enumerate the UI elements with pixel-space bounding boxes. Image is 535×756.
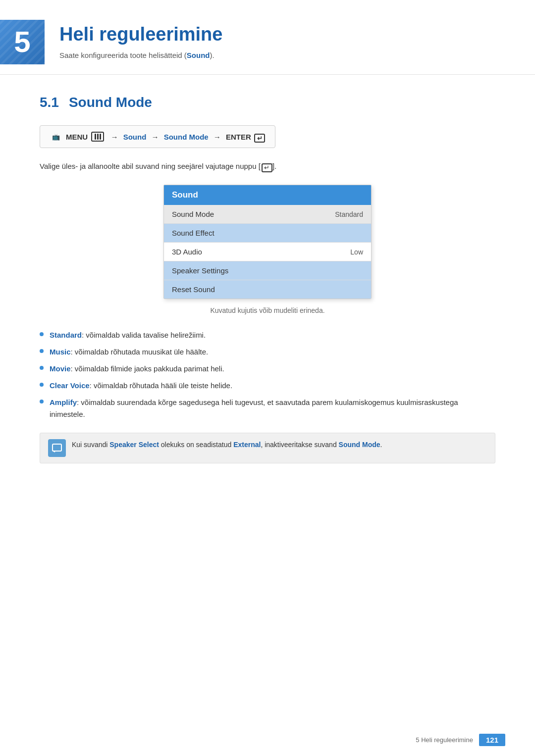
- nav-arrow-1: →: [111, 133, 118, 141]
- bullet-text: Movie: võimaldab filmide jaoks pakkuda p…: [50, 363, 224, 375]
- note-icon: [48, 439, 66, 457]
- colon-movie: : võimaldab filmide jaoks pakkuda parima…: [71, 364, 224, 373]
- colon-music: : võimaldab rõhutada muusikat üle häälte…: [71, 348, 209, 356]
- bullet-item-music: Music: võimaldab rõhutada muusikat üle h…: [40, 346, 495, 358]
- instruction-text: Valige üles- ja allanoolte abil suvand n…: [40, 160, 495, 172]
- bullet-item-amplify: Amplify: võimaldab suurendada kõrge sage…: [40, 397, 495, 420]
- footer-chapter-label: 5 Heli reguleerimine: [416, 736, 473, 744]
- menu-icon: 📺: [50, 131, 62, 143]
- term-clear-voice: Clear Voice: [50, 381, 90, 390]
- nav-sound-mode: Sound Mode: [164, 133, 209, 141]
- menu-item-label-1: Sound Effect: [172, 229, 214, 237]
- svg-rect-0: [53, 444, 61, 451]
- menu-item-reset-sound: Reset Sound: [164, 280, 371, 299]
- note-middle: olekuks on seadistatud: [159, 441, 233, 449]
- colon-standard: : võimaldab valida tavalise helirežiimi.: [82, 331, 206, 339]
- note-speaker-select: Speaker Select: [109, 441, 159, 449]
- term-amplify: Amplify: [50, 398, 77, 406]
- note-prefix: Kui suvandi: [72, 441, 109, 449]
- menu-item-label-2: 3D Audio: [172, 248, 202, 256]
- bullet-dot: [40, 366, 44, 370]
- nav-enter-label: ENTER: [226, 133, 251, 141]
- nav-arrow-2: →: [152, 133, 159, 141]
- bullet-dot: [40, 349, 44, 353]
- menu-item-label-0: Sound Mode: [172, 210, 214, 218]
- menu-screenshot: Sound Sound Mode Standard Sound Effect 3…: [163, 185, 372, 299]
- nav-arrow-3: →: [214, 133, 221, 141]
- colon-amplify: : võimaldab suurendada kõrge sagedusega …: [50, 398, 458, 418]
- bullet-item-movie: Movie: võimaldab filmide jaoks pakkuda p…: [40, 363, 495, 375]
- bullet-item-standard: Standard: võimaldab valida tavalise heli…: [40, 329, 495, 341]
- subtitle-end: ).: [210, 51, 214, 59]
- bullet-dot: [40, 400, 44, 403]
- subtitle-highlight: Sound: [187, 51, 210, 59]
- bullet-text: Clear Voice: võimaldab rõhutada hääli ül…: [50, 380, 232, 392]
- menu-title: Sound: [164, 185, 371, 205]
- chapter-subtitle: Saate konfigureerida toote helisätteid (…: [59, 50, 505, 61]
- section-title: Sound Mode: [69, 95, 152, 110]
- bullet-text: Music: võimaldab rõhutada muusikat üle h…: [50, 346, 208, 358]
- menu-item-sound-mode: Sound Mode Standard: [164, 205, 371, 224]
- instruction-end: ].: [272, 162, 276, 170]
- chapter-title: Heli reguleerimine: [59, 24, 505, 45]
- page-footer: 5 Heli reguleerimine 121: [416, 734, 505, 746]
- section-number: 5.1: [40, 95, 59, 110]
- menu-item-value-0: Standard: [335, 210, 363, 218]
- content-area: 5.1 Sound Mode 📺 MENU → Sound → Sound Mo…: [0, 80, 535, 493]
- note-end: .: [380, 441, 382, 449]
- menu-item-label-4: Reset Sound: [172, 285, 215, 294]
- note-sound-mode: Sound Mode: [339, 441, 380, 449]
- enter-icon-inline: [262, 163, 272, 172]
- chapter-header: 5 Heli reguleerimine Saate konfigureerid…: [0, 0, 535, 75]
- menu-item-3d-audio: 3D Audio Low: [164, 243, 371, 261]
- note-box: Kui suvandi Speaker Select olekuks on se…: [40, 433, 495, 463]
- colon-clear-voice: : võimaldab rõhutada hääli üle teiste he…: [90, 381, 233, 390]
- bullet-text: Amplify: võimaldab suurendada kõrge sage…: [50, 397, 495, 420]
- bullet-list: Standard: võimaldab valida tavalise heli…: [40, 329, 495, 420]
- note-external: External: [233, 441, 261, 449]
- menu-item-value-2: Low: [350, 248, 363, 256]
- bullet-dot: [40, 332, 44, 336]
- enter-icon: [254, 134, 265, 143]
- menu-item-sound-effect: Sound Effect: [164, 224, 371, 243]
- term-music: Music: [50, 348, 71, 356]
- subtitle-text: Saate konfigureerida toote helisätteid (: [59, 51, 187, 59]
- section-heading: 5.1 Sound Mode: [40, 95, 495, 110]
- chapter-number-block: 5: [0, 20, 45, 64]
- nav-menu-icon: [90, 133, 107, 141]
- note-text: Kui suvandi Speaker Select olekuks on se…: [72, 439, 382, 450]
- nav-menu-label: MENU: [66, 133, 88, 141]
- bullet-dot: [40, 383, 44, 387]
- term-standard: Standard: [50, 331, 82, 339]
- nav-path: 📺 MENU → Sound → Sound Mode → ENTER: [40, 125, 275, 148]
- menu-item-speaker-settings: Speaker Settings: [164, 261, 371, 280]
- footer-page-number: 121: [479, 734, 505, 746]
- term-movie: Movie: [50, 364, 71, 373]
- nav-sound: Sound: [123, 133, 147, 141]
- chapter-number: 5: [14, 27, 30, 57]
- screenshot-caption: Kuvatud kujutis võib mudeliti erineda.: [40, 306, 495, 314]
- nav-path-text: MENU → Sound → Sound Mode → ENTER: [66, 132, 265, 142]
- instruction-main: Valige üles- ja allanoolte abil suvand n…: [40, 162, 261, 170]
- bullet-item-clear-voice: Clear Voice: võimaldab rõhutada hääli ül…: [40, 380, 495, 392]
- chapter-title-block: Heli reguleerimine Saate konfigureerida …: [59, 20, 505, 61]
- bullet-text: Standard: võimaldab valida tavalise heli…: [50, 329, 206, 341]
- note-suffix: , inaktiveeritakse suvand: [261, 441, 338, 449]
- menu-item-label-3: Speaker Settings: [172, 266, 228, 275]
